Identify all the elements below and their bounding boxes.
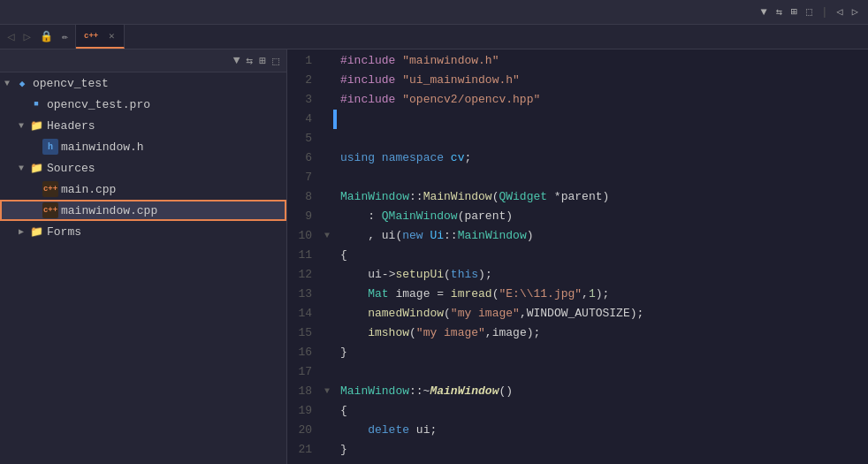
- code-line-8[interactable]: 8MainWindow::MainWindow(QWidget *parent): [287, 187, 868, 207]
- sidebar-filter-icon[interactable]: ▼: [232, 53, 242, 69]
- sidebar-collapse-icon[interactable]: ⬚: [270, 53, 281, 69]
- sidebar-item-mainwindow_h[interactable]: hmainwindow.h: [0, 136, 286, 157]
- tree-arrow-sources[interactable]: [14, 157, 28, 179]
- tab-close-icon[interactable]: ✕: [109, 30, 115, 42]
- tree-arrow-mainwindow_cpp: [28, 200, 42, 221]
- title-bar-icons: ▼ ⇆ ⊞ ⬚ | ◁ ▷: [758, 4, 861, 20]
- code-line-12[interactable]: 12 ui->setupUi(this);: [287, 265, 868, 285]
- sidebar-item-headers[interactable]: 📁Headers: [0, 115, 286, 136]
- token: "E:\\11.jpg": [499, 287, 582, 300]
- line-content-18: MainWindow::~MainWindow(): [337, 382, 513, 401]
- select-symbol-area[interactable]: [125, 25, 142, 49]
- editor-back-icon[interactable]: ◁: [4, 27, 18, 46]
- token: ;: [430, 423, 437, 437]
- line-content-21: }: [337, 440, 347, 460]
- line-content-6: using namespace cv;: [337, 148, 471, 168]
- token: this: [451, 268, 478, 281]
- code-line-11[interactable]: 11{: [287, 246, 868, 265]
- token: );: [478, 268, 492, 281]
- sidebar-item-forms[interactable]: 📁Forms: [0, 221, 286, 242]
- sidebar-item-sources[interactable]: 📁Sources: [0, 157, 286, 179]
- code-line-9[interactable]: 9 : QMainWindow(parent): [287, 207, 868, 226]
- sidebar-item-main_cpp[interactable]: c++main.cpp: [0, 179, 286, 200]
- code-line-20[interactable]: 20 delete ui;: [287, 421, 868, 440]
- token: QWidget: [499, 190, 547, 203]
- token: }: [340, 443, 347, 456]
- filter-icon[interactable]: ▼: [758, 4, 769, 20]
- edit-doc-icon[interactable]: ✏: [58, 28, 72, 45]
- token: Ui: [430, 229, 444, 242]
- code-line-21[interactable]: 21}: [287, 440, 868, 460]
- token: "opencv2/opencv.hpp": [402, 93, 540, 106]
- token: [340, 307, 368, 320]
- line-number-8: 8: [287, 187, 321, 207]
- gutter-4: [333, 110, 337, 129]
- token: 1: [589, 287, 596, 300]
- code-line-19[interactable]: 19{: [287, 401, 868, 421]
- token: ,: [485, 326, 492, 339]
- token: MainWindow: [423, 190, 492, 203]
- sidebar-item-opencv_test[interactable]: ◆opencv_test: [0, 72, 286, 94]
- sidebar-add-icon[interactable]: ⊞: [257, 53, 268, 69]
- tree-label-main_cpp: main.cpp: [61, 183, 116, 196]
- lock-icon[interactable]: 🔒: [36, 28, 57, 45]
- code-line-18[interactable]: 18▼MainWindow::~MainWindow(): [287, 382, 868, 401]
- cpp-file-icon: c++: [85, 30, 97, 42]
- line-content-20: delete ui;: [337, 421, 437, 440]
- line-number-14: 14: [287, 304, 321, 323]
- token: MainWindow: [458, 229, 527, 242]
- split-icon[interactable]: ⊞: [788, 4, 800, 20]
- code-line-5[interactable]: 5: [287, 129, 868, 148]
- editor-forward-icon[interactable]: ▷: [19, 27, 34, 46]
- token: "mainwindow.h": [402, 54, 499, 67]
- code-line-14[interactable]: 14 namedWindow("my image",WINDOW_AUTOSIZ…: [287, 304, 868, 323]
- code-line-16[interactable]: 16}: [287, 343, 868, 362]
- token: );: [527, 326, 541, 339]
- line-number-11: 11: [287, 246, 321, 265]
- token: ,: [340, 229, 382, 242]
- close-sidebar-icon[interactable]: ⬚: [803, 4, 815, 20]
- token: #include: [340, 73, 395, 87]
- code-line-3[interactable]: 3#include "opencv2/opencv.hpp": [287, 90, 868, 110]
- token: ui: [368, 268, 382, 281]
- tree-arrow-headers[interactable]: [14, 115, 28, 136]
- token: }: [340, 346, 347, 359]
- code-line-17[interactable]: 17: [287, 362, 868, 382]
- title-bar: ▼ ⇆ ⊞ ⬚ | ◁ ▷: [0, 0, 868, 25]
- token: ui: [382, 229, 396, 242]
- token: {: [340, 248, 347, 262]
- code-lines: 1#include "mainwindow.h"2#include "ui_ma…: [287, 49, 868, 464]
- code-line-22[interactable]: 22: [287, 460, 868, 464]
- code-line-4[interactable]: 4: [287, 110, 868, 129]
- code-line-15[interactable]: 15 imshow("my image",image);: [287, 323, 868, 343]
- token: (: [444, 268, 451, 281]
- token: [444, 151, 451, 164]
- sidebar-link-icon[interactable]: ⇆: [245, 53, 255, 69]
- code-line-10[interactable]: 10▼ , ui(new Ui::MainWindow): [287, 226, 868, 246]
- tab-mainwindow-cpp[interactable]: c++ ✕: [76, 25, 125, 49]
- token: MainWindow: [340, 384, 409, 398]
- token: ::: [444, 229, 458, 242]
- line-number-22: 22: [287, 460, 321, 464]
- line-number-16: 16: [287, 343, 321, 362]
- code-line-6[interactable]: 6using namespace cv;: [287, 148, 868, 168]
- sidebar-item-mainwindow_cpp[interactable]: c++mainwindow.cpp: [0, 200, 286, 221]
- code-line-1[interactable]: 1#include "mainwindow.h": [287, 51, 868, 71]
- tree-arrow-opencv_test[interactable]: [0, 72, 14, 94]
- code-line-7[interactable]: 7: [287, 168, 868, 187]
- line-content-15: imshow("my image",image);: [337, 323, 540, 343]
- code-line-13[interactable]: 13 Mat image = imread("E:\\11.jpg",1);: [287, 285, 868, 304]
- sync-icon[interactable]: ⇆: [773, 4, 785, 20]
- token: namespace: [382, 151, 444, 164]
- line-content-12: ui->setupUi(this);: [337, 265, 492, 285]
- code-editor[interactable]: 1#include "mainwindow.h"2#include "ui_ma…: [287, 49, 868, 464]
- fold-arrow-10[interactable]: ▼: [321, 226, 333, 246]
- sidebar-item-opencv_test_pro[interactable]: ■opencv_test.pro: [0, 94, 286, 115]
- tabs-area: c++ ✕: [76, 25, 868, 49]
- tree-arrow-forms[interactable]: [14, 221, 28, 242]
- token: ,: [582, 287, 589, 300]
- back-nav-icon[interactable]: ◁: [834, 4, 846, 20]
- forward-nav-icon[interactable]: ▷: [849, 4, 861, 20]
- fold-arrow-18[interactable]: ▼: [321, 382, 333, 401]
- code-line-2[interactable]: 2#include "ui_mainwindow.h": [287, 71, 868, 90]
